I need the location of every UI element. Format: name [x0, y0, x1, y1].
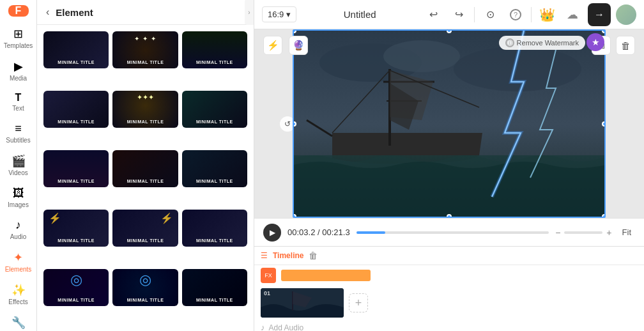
progress-fill [356, 231, 385, 234]
play-button[interactable]: ▶ [263, 224, 281, 242]
element-item-1[interactable]: MINIMAL TITLE [43, 31, 109, 68]
video-clip-thumb[interactable]: 01 [261, 288, 344, 318]
effects-track-bar[interactable] [281, 270, 371, 281]
sidebar-item-images[interactable]: 🖼 Images [3, 183, 34, 212]
volume-slider[interactable] [564, 231, 602, 234]
element-item-9[interactable]: MINIMAL TITLE [182, 150, 247, 187]
templates-icon: ⊞ [13, 27, 23, 41]
element-item-11[interactable]: ⚡MINIMAL TITLE [112, 210, 178, 247]
element-item-15[interactable]: MINIMAL TITLE [182, 269, 247, 306]
element-label: MINIMAL TITLE [196, 60, 233, 68]
handle-bottom-left[interactable] [293, 214, 296, 218]
toolbar-divider2 [531, 7, 532, 22]
clip-thumbnail-svg [261, 288, 344, 318]
magic-tool-button[interactable]: ⚡ [263, 36, 282, 55]
watermark-info-icon: ⓘ [505, 38, 514, 47]
element-item-12[interactable]: MINIMAL TITLE [182, 210, 247, 247]
element-label: MINIMAL TITLE [57, 179, 95, 187]
add-track-button[interactable]: + [349, 293, 368, 312]
effects-button[interactable]: ⊙ [480, 4, 500, 25]
video-canvas[interactable]: ⓘ Remove Watermark ★ [293, 29, 606, 218]
mask-tool-button[interactable]: 🔮 [289, 36, 308, 55]
purple-action-button[interactable]: ★ [586, 33, 604, 51]
cloud-button[interactable]: ☁ [562, 4, 583, 25]
canvas-area: ⚡ 🔮 ⧉ 🗑 ↺ [254, 29, 644, 218]
cloud-icon: ☁ [567, 8, 578, 22]
element-item-8[interactable]: MINIMAL TITLE [112, 150, 178, 187]
crown-icon: 👑 [539, 7, 555, 22]
title-area: Untitled [302, 9, 418, 20]
mask-icon: 🔮 [293, 40, 305, 51]
handle-top-right[interactable] [602, 29, 606, 33]
element-label: MINIMAL TITLE [127, 119, 164, 128]
element-item-4[interactable]: MINIMAL TITLE [43, 91, 109, 128]
element-item-3[interactable]: MINIMAL TITLE [182, 31, 247, 68]
minus-icon[interactable]: − [555, 227, 560, 238]
text-icon: T [15, 92, 22, 104]
redo-button[interactable]: ↪ [448, 4, 469, 25]
sidebar-item-audio[interactable]: ♪ Audio [3, 215, 34, 244]
element-item-2[interactable]: ✦ ✦ ✦MINIMAL TITLE [112, 31, 178, 68]
sidebar-item-templates[interactable]: ⊞ Templates [3, 23, 34, 53]
svg-point-2 [383, 40, 460, 72]
aspect-ratio-button[interactable]: 16:9 ▾ [262, 6, 296, 22]
watermark-badge[interactable]: ⓘ Remove Watermark [499, 36, 585, 50]
element-label: MINIMAL TITLE [57, 238, 95, 247]
element-item-10[interactable]: ⚡MINIMAL TITLE [43, 210, 109, 247]
sidebar-item-text[interactable]: T Text [3, 88, 34, 116]
handle-bottom-mid[interactable] [447, 214, 452, 218]
element-item-7[interactable]: MINIMAL TITLE [43, 150, 109, 187]
images-icon: 🖼 [13, 187, 24, 200]
panel-back-button[interactable]: ‹ [46, 6, 49, 18]
undo-button[interactable]: ↩ [423, 4, 443, 25]
elements-icon: ✦ [13, 250, 23, 265]
element-label: MINIMAL TITLE [57, 60, 95, 68]
play-icon: ▶ [270, 228, 275, 237]
ratio-chevron: ▾ [286, 10, 291, 19]
element-item-14[interactable]: ◎MINIMAL TITLE [112, 269, 178, 306]
scroll-indicator: › [245, 0, 254, 25]
element-label: MINIMAL TITLE [196, 238, 233, 247]
video-scene-svg [294, 31, 606, 218]
handle-bottom-right[interactable] [602, 214, 606, 218]
sidebar-item-subtitles[interactable]: ≡ Subtitles [3, 118, 34, 148]
watermark-text: Remove Watermark [517, 39, 579, 47]
timeline-header: ☰ Timeline 🗑 [254, 247, 644, 265]
app-logo[interactable]: F [8, 5, 29, 17]
audio-track-row: ♪ Add Audio [254, 320, 644, 331]
sidebar: F ⊞ Templates ▶ Media T Text ≡ Subtitles… [0, 0, 37, 331]
timeline-label: Timeline [273, 251, 303, 260]
help-icon: ? [510, 9, 521, 20]
export-button[interactable]: → [588, 3, 611, 26]
effects-icon: ✨ [12, 283, 26, 297]
element-label: MINIMAL TITLE [57, 119, 95, 128]
export-icon: → [594, 9, 604, 20]
add-audio-label[interactable]: Add Audio [269, 323, 304, 332]
sidebar-item-elements[interactable]: ✦ Elements [3, 247, 34, 277]
sidebar-item-media[interactable]: ▶ Media [3, 56, 34, 86]
element-item-6[interactable]: MINIMAL TITLE [182, 91, 247, 128]
element-item-5[interactable]: ✦✦✦MINIMAL TITLE [112, 91, 178, 128]
crown-button[interactable]: 👑 [537, 4, 557, 25]
element-label: MINIMAL TITLE [196, 298, 233, 306]
user-avatar[interactable] [616, 4, 636, 25]
canvas-delete-button[interactable]: 🗑 [616, 36, 635, 55]
tools-icon: 🔧 [12, 316, 26, 330]
element-item-13[interactable]: ◎MINIMAL TITLE [43, 269, 109, 306]
progress-track[interactable] [356, 231, 549, 234]
timeline-delete-button[interactable]: 🗑 [309, 250, 318, 261]
sidebar-item-tools[interactable]: 🔧 Tools [3, 312, 34, 331]
elements-grid: MINIMAL TITLE✦ ✦ ✦MINIMAL TITLEMINIMAL T… [37, 25, 254, 331]
sidebar-item-effects[interactable]: ✨ Effects [3, 279, 34, 309]
document-title: Untitled [344, 9, 376, 20]
sidebar-label-images: Images [8, 201, 29, 208]
plus-icon[interactable]: + [606, 227, 611, 238]
star-icon: ★ [592, 37, 600, 47]
handle-mid-right[interactable] [602, 121, 606, 127]
help-button[interactable]: ? [505, 4, 526, 25]
canvas-wrapper: ↺ [293, 29, 606, 218]
timeline-label-text: Timeline [273, 251, 303, 260]
element-label: MINIMAL TITLE [127, 238, 164, 247]
sidebar-item-videos[interactable]: 🎬 Videos [3, 150, 34, 180]
fit-button[interactable]: Fit [618, 226, 635, 238]
